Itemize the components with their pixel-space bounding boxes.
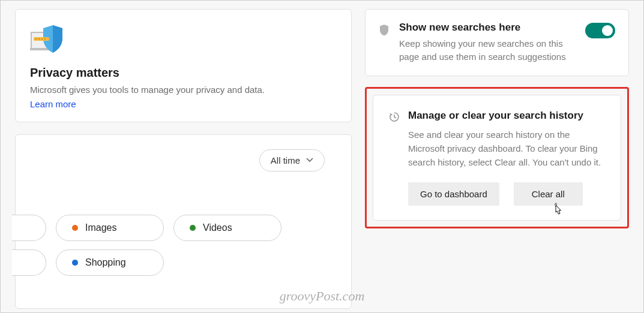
show-searches-description: Keep showing your new searches on this p… (399, 37, 576, 64)
svg-point-6 (44, 38, 46, 40)
dot-icon (72, 225, 78, 231)
learn-more-link[interactable]: Learn more (30, 99, 76, 109)
time-range-dropdown[interactable]: All time (259, 149, 325, 171)
chevron-down-icon (306, 158, 313, 162)
filter-chip-videos[interactable]: Videos (173, 215, 281, 241)
shield-icon (379, 24, 390, 36)
chip-label: Images (85, 222, 116, 233)
filter-chip-partial[interactable] (12, 249, 46, 276)
manage-history-description: See and clear your search history on the… (408, 128, 605, 170)
filter-chip-partial[interactable] (12, 215, 46, 241)
history-icon (389, 112, 400, 122)
chip-label: Videos (203, 222, 232, 233)
dot-icon (72, 260, 78, 266)
watermark: groovyPost.com (280, 288, 365, 304)
svg-point-4 (38, 38, 40, 40)
show-searches-title: Show new searches here (399, 22, 576, 34)
privacy-description: Microsoft gives you tools to manage your… (30, 83, 337, 97)
privacy-matters-card: Privacy matters Microsoft gives you tool… (15, 9, 352, 122)
dropdown-label: All time (271, 155, 300, 165)
dot-icon (190, 225, 196, 231)
svg-point-3 (35, 38, 37, 40)
show-searches-toggle[interactable] (585, 23, 615, 38)
privacy-title: Privacy matters (30, 66, 337, 80)
manage-history-title: Manage or clear your search history (408, 110, 605, 122)
go-to-dashboard-button[interactable]: Go to dashboard (408, 182, 499, 206)
filter-card: All time Images Videos Sho (15, 134, 352, 309)
privacy-shield-icon (30, 22, 337, 58)
chip-label: Shopping (85, 257, 126, 268)
filter-chip-images[interactable]: Images (56, 215, 164, 241)
svg-point-5 (41, 38, 43, 40)
show-searches-card: Show new searches here Keep showing your… (365, 9, 629, 76)
filter-chip-shopping[interactable]: Shopping (56, 249, 164, 276)
manage-history-card: Manage or clear your search history See … (373, 95, 621, 221)
highlight-box: Manage or clear your search history See … (365, 87, 629, 229)
clear-all-button[interactable]: Clear all (514, 182, 583, 206)
